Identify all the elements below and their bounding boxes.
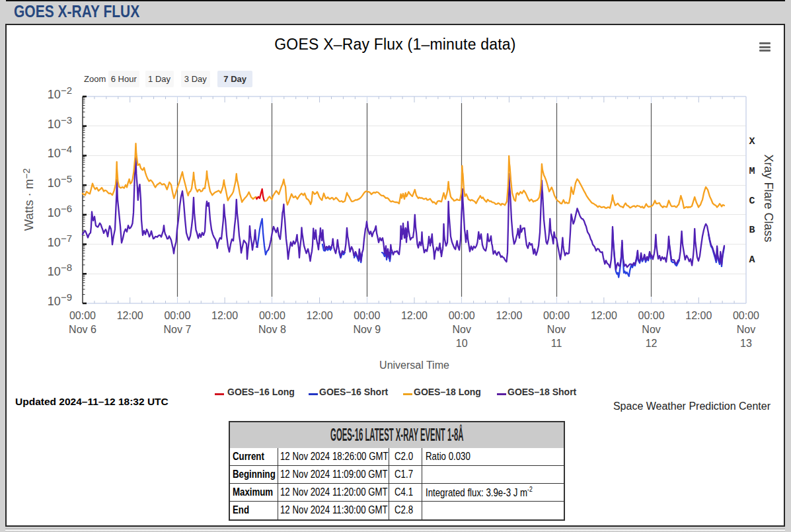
svg-text:C: C [749, 196, 755, 207]
svg-text:12:00: 12:00 [685, 310, 712, 321]
svg-text:X: X [749, 136, 755, 147]
svg-text:10−4: 10−4 [48, 143, 72, 160]
svg-text:12:00: 12:00 [496, 310, 522, 321]
svg-text:10−7: 10−7 [48, 233, 72, 249]
svg-text:12:00: 12:00 [211, 310, 238, 321]
svg-text:00:00: 00:00 [733, 310, 759, 321]
svg-text:10−8: 10−8 [48, 262, 72, 278]
svg-text:12:00: 12:00 [591, 310, 617, 321]
svg-text:12:00: 12:00 [117, 310, 143, 321]
svg-text:00:00: 00:00 [69, 310, 96, 321]
svg-text:00:00: 00:00 [164, 310, 190, 321]
svg-text:00:00: 00:00 [638, 310, 665, 321]
svg-text:00:00: 00:00 [259, 310, 285, 321]
svg-text:13: 13 [740, 338, 752, 349]
svg-text:Nov 9: Nov 9 [353, 324, 381, 335]
svg-text:Nov: Nov [737, 324, 755, 335]
svg-text:12:00: 12:00 [401, 310, 428, 321]
svg-text:Nov 8: Nov 8 [258, 324, 286, 335]
svg-text:A: A [749, 254, 755, 266]
svg-text:Universal Time: Universal Time [379, 360, 449, 371]
svg-text:00:00: 00:00 [543, 310, 570, 321]
svg-text:12:00: 12:00 [307, 310, 333, 321]
svg-text:Nov: Nov [452, 324, 471, 335]
svg-text:Watts · m−2: Watts · m−2 [21, 169, 36, 231]
svg-text:10−9: 10−9 [48, 291, 72, 308]
svg-text:10−2: 10−2 [48, 85, 72, 101]
svg-text:10−6: 10−6 [48, 203, 72, 219]
svg-text:Xray Flare Class: Xray Flare Class [762, 154, 775, 242]
svg-text:10: 10 [456, 338, 468, 349]
svg-text:10−3: 10−3 [48, 114, 72, 131]
svg-text:10−5: 10−5 [48, 173, 72, 190]
svg-text:B: B [749, 225, 755, 236]
svg-text:M: M [749, 166, 755, 177]
svg-text:Nov 6: Nov 6 [69, 324, 96, 335]
svg-text:Nov 7: Nov 7 [164, 324, 192, 335]
svg-text:Nov: Nov [547, 324, 566, 335]
svg-text:12: 12 [646, 338, 658, 349]
svg-text:Nov: Nov [642, 324, 660, 335]
svg-text:11: 11 [551, 338, 562, 349]
svg-text:00:00: 00:00 [449, 310, 475, 321]
svg-text:00:00: 00:00 [354, 310, 380, 321]
